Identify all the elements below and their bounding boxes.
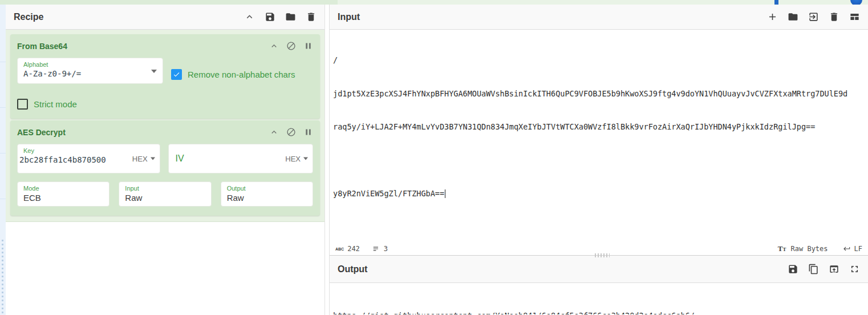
eol-value: LF <box>854 245 862 253</box>
check-icon <box>173 71 180 78</box>
input-line: raq5y/iY+LJA2F+MY4mLvYvD3B7YN31QDn834Jmq… <box>333 122 868 133</box>
input-line: y8yR2nViEW5gZl/FTZHGbA== <box>333 188 868 200</box>
char-count-group: ABC 242 <box>335 245 360 253</box>
banner-help-icon[interactable] <box>850 0 862 5</box>
output-type-value[interactable]: Raw <box>221 192 313 206</box>
input-line: jd1pt5XzE3pcXSJ4FhYNxpBFHYGA6MOUaWVshBsi… <box>333 88 868 100</box>
input-header: Input <box>330 5 868 30</box>
collapse-operation-icon[interactable] <box>269 127 279 137</box>
key-field[interactable]: Key 2bc28ffa1c4b870500 HEX <box>17 144 160 173</box>
return-arrow-icon <box>843 245 851 253</box>
char-count-value: 242 <box>347 245 360 253</box>
remove-non-alphabet-checkbox-group[interactable]: Remove non-alphabet chars <box>171 64 295 84</box>
iv-field[interactable]: IV HEX <box>168 144 313 173</box>
io-column: Input / jd1pt5XzE3pcXSJ4FhYNxpBFHYGA6MOU… <box>330 5 868 315</box>
chevron-down-icon <box>303 158 308 160</box>
mode-value[interactable]: ECB <box>18 192 109 206</box>
input-type-label: Input <box>119 182 210 192</box>
operation-header: AES Decrypt <box>10 120 320 142</box>
load-recipe-folder-icon[interactable] <box>285 11 296 22</box>
output-type-label: Output <box>221 182 313 192</box>
operation-from-base64[interactable]: From Base64 Alphabet A-Za-z0-9+/= <box>10 34 320 119</box>
input-line <box>333 155 868 167</box>
operation-header: From Base64 <box>10 34 320 55</box>
remove-non-alphabet-label: Remove non-alphabet chars <box>188 70 295 79</box>
input-title: Input <box>338 12 360 22</box>
alphabet-label: Alphabet <box>18 58 163 68</box>
recipe-panel: Recipe From Base64 <box>6 5 325 315</box>
key-type-value: HEX <box>132 155 148 163</box>
maximize-output-icon[interactable] <box>849 264 860 274</box>
io-splitter-handle[interactable] <box>595 253 610 257</box>
input-type-value[interactable]: Raw <box>119 192 210 206</box>
operation-title: AES Decrypt <box>17 128 66 137</box>
copy-output-icon[interactable] <box>808 264 819 274</box>
collapse-operation-icon[interactable] <box>269 41 279 51</box>
key-label: Key <box>18 144 160 154</box>
recipe-io-splitter[interactable] <box>325 5 330 315</box>
save-output-icon[interactable] <box>788 264 798 274</box>
mode-field[interactable]: Mode ECB <box>17 181 109 207</box>
alphabet-field[interactable]: Alphabet A-Za-z0-9+/= <box>17 58 163 84</box>
input-textarea[interactable]: / jd1pt5XzE3pcXSJ4FhYNxpBFHYGA6MOUaWVshB… <box>330 30 868 243</box>
character-encoding-icon[interactable]: TT <box>778 244 786 253</box>
operations-panel-edge <box>0 5 6 315</box>
strict-mode-label: Strict mode <box>34 99 77 109</box>
recipe-title: Recipe <box>14 12 43 22</box>
replace-input-with-output-icon[interactable] <box>829 264 839 274</box>
cyberchef-app: Recipe From Base64 <box>0 0 868 315</box>
chevron-down-icon[interactable] <box>151 70 157 73</box>
output-textarea[interactable]: https://gist.githubusercontent.com/YoNoo… <box>330 283 868 314</box>
key-type-dropdown[interactable]: HEX <box>132 155 155 163</box>
eol-group[interactable]: LF <box>843 245 862 253</box>
output-header: Output <box>330 256 868 283</box>
char-count-icon: ABC <box>335 247 344 251</box>
input-line: / <box>333 55 868 66</box>
open-file-as-input-icon[interactable] <box>808 11 819 22</box>
disable-operation-icon[interactable] <box>286 127 296 137</box>
output-line: https://gist.githubusercontent.com/YoNoo… <box>333 310 868 314</box>
open-folder-icon[interactable] <box>788 11 798 22</box>
output-title: Output <box>338 264 367 274</box>
chevron-down-icon <box>151 158 155 160</box>
breakpoint-pause-icon[interactable] <box>303 41 313 51</box>
remove-non-alphabet-checkbox[interactable] <box>171 69 182 80</box>
operations-panel-dashed-edge <box>2 240 3 314</box>
iv-type-dropdown[interactable]: HEX <box>285 155 308 163</box>
operation-aes-decrypt[interactable]: AES Decrypt Key 2bc28ffa1c4b870500 HEX <box>10 120 320 216</box>
line-count-group: 3 <box>372 245 388 253</box>
strict-mode-checkbox[interactable] <box>17 99 28 110</box>
clear-recipe-trash-icon[interactable] <box>306 11 317 22</box>
breakpoint-pause-icon[interactable] <box>303 127 313 137</box>
collapse-recipe-icon[interactable] <box>244 11 255 22</box>
top-banner-strip <box>0 0 868 5</box>
character-encoding-value[interactable]: Raw Bytes <box>791 245 828 253</box>
iv-type-value: HEX <box>285 155 301 163</box>
output-type-field[interactable]: Output Raw <box>221 181 313 207</box>
recipe-header: Recipe <box>6 5 325 30</box>
mode-label: Mode <box>18 182 109 192</box>
operation-title: From Base64 <box>17 42 67 51</box>
add-input-tab-icon[interactable] <box>767 11 778 22</box>
banner-fragment-bar <box>774 0 778 5</box>
disable-operation-icon[interactable] <box>286 41 296 51</box>
line-count-value: 3 <box>384 245 388 253</box>
alphabet-value[interactable]: A-Za-z0-9+/= <box>18 68 163 82</box>
input-type-field[interactable]: Input Raw <box>119 181 211 207</box>
text-cursor <box>445 189 445 198</box>
clear-input-trash-icon[interactable] <box>829 11 839 22</box>
line-count-icon <box>372 245 380 253</box>
strict-mode-checkbox-group[interactable]: Strict mode <box>17 99 313 110</box>
recipe-list: From Base64 Alphabet A-Za-z0-9+/= <box>6 30 325 222</box>
view-tabs-layout-icon[interactable] <box>849 11 860 22</box>
output-section: Output https://gist.githubusercontent.co… <box>330 256 868 314</box>
save-recipe-icon[interactable] <box>265 11 275 22</box>
